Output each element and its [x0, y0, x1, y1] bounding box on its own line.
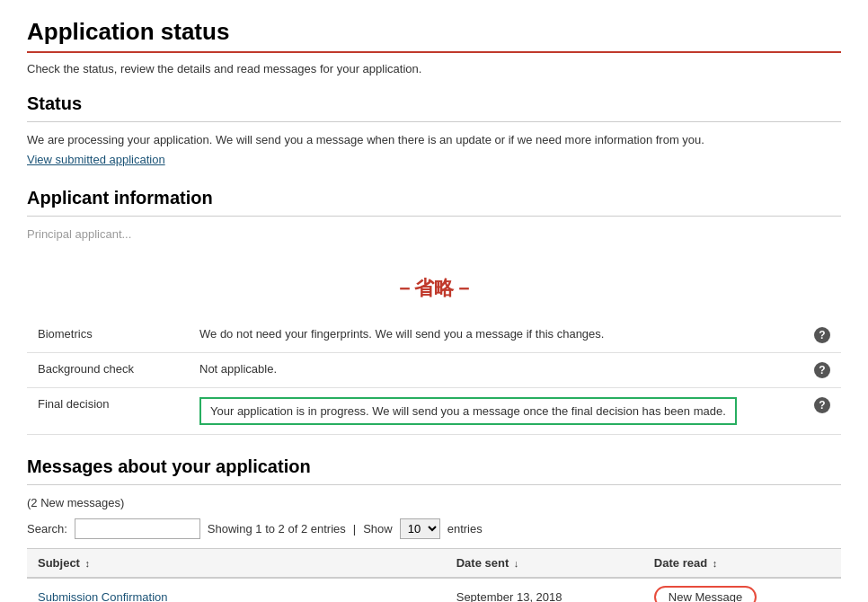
- entries-label: entries: [447, 522, 483, 536]
- help-icon[interactable]: ?: [814, 327, 830, 343]
- row-label: Biometrics: [27, 318, 189, 353]
- page-title: Application status: [27, 18, 841, 46]
- message-date-read: New Message: [643, 578, 841, 602]
- row-value: Not applicable.: [189, 353, 803, 388]
- table-controls: Search: Showing 1 to 2 of 2 entries | Sh…: [27, 518, 841, 539]
- table-row: BiometricsWe do not need your fingerprin…: [27, 318, 841, 353]
- table-row: Background checkNot applicable.?: [27, 353, 841, 388]
- title-divider: [27, 51, 841, 53]
- messages-table: Subject ↕ Date sent ↓ Date read ↕ Submis…: [27, 548, 841, 602]
- messages-count: (2 New messages): [27, 496, 841, 509]
- show-label: |: [353, 522, 356, 536]
- status-heading: Status: [27, 93, 841, 114]
- subject-sort-icon: ↕: [85, 558, 91, 569]
- row-value: We do not need your fingerprints. We wil…: [189, 318, 803, 353]
- help-icon[interactable]: ?: [814, 397, 830, 413]
- applicant-subtitle: Principal applicant...: [27, 227, 841, 241]
- col-subject[interactable]: Subject ↕: [27, 549, 446, 579]
- row-help[interactable]: ?: [803, 353, 841, 388]
- messages-section: Messages about your application (2 New m…: [27, 456, 841, 602]
- message-date-sent: September 13, 2018: [446, 578, 643, 602]
- message-row: Submission ConfirmationSeptember 13, 201…: [27, 578, 841, 602]
- view-submitted-link[interactable]: View submitted application: [27, 153, 165, 166]
- col-date-sent[interactable]: Date sent ↓: [446, 549, 643, 579]
- message-subject: Submission Confirmation: [27, 578, 446, 602]
- page-subtitle: Check the status, review the details and…: [27, 62, 841, 75]
- status-section: Status We are processing your applicatio…: [27, 93, 841, 166]
- status-table: BiometricsWe do not need your fingerprin…: [27, 318, 841, 435]
- row-help[interactable]: ?: [803, 388, 841, 435]
- message-subject-link[interactable]: Submission Confirmation: [38, 590, 168, 602]
- show-select[interactable]: 10 25 50: [400, 518, 440, 539]
- show-label-text: Show: [363, 522, 393, 536]
- new-message-badge: New Message: [654, 586, 757, 602]
- col-date-read[interactable]: Date read ↕: [643, 549, 841, 579]
- row-value: Your application is in progress. We will…: [189, 388, 803, 435]
- applicant-heading: Applicant information: [27, 188, 841, 208]
- search-input[interactable]: [75, 518, 200, 539]
- applicant-divider: [27, 216, 841, 217]
- messages-heading: Messages about your application: [27, 456, 841, 477]
- date-read-sort-icon: ↕: [713, 558, 718, 569]
- date-sent-sort-icon: ↓: [514, 558, 519, 569]
- search-label: Search:: [27, 522, 67, 536]
- messages-table-body: Submission ConfirmationSeptember 13, 201…: [27, 578, 841, 602]
- table-row: Final decisionYour application is in pro…: [27, 388, 841, 435]
- omission-block: －省略－: [27, 259, 841, 318]
- status-divider: [27, 121, 841, 122]
- status-body: We are processing your application. We w…: [27, 133, 841, 146]
- applicant-section: Applicant information Principal applican…: [27, 188, 841, 241]
- showing-text: Showing 1 to 2 of 2 entries: [208, 522, 346, 536]
- messages-divider: [27, 484, 841, 485]
- final-decision-box: Your application is in progress. We will…: [199, 397, 737, 425]
- row-help[interactable]: ?: [803, 318, 841, 353]
- row-label: Background check: [27, 353, 189, 388]
- messages-table-head: Subject ↕ Date sent ↓ Date read ↕: [27, 549, 841, 579]
- help-icon[interactable]: ?: [814, 362, 830, 378]
- row-label: Final decision: [27, 388, 189, 435]
